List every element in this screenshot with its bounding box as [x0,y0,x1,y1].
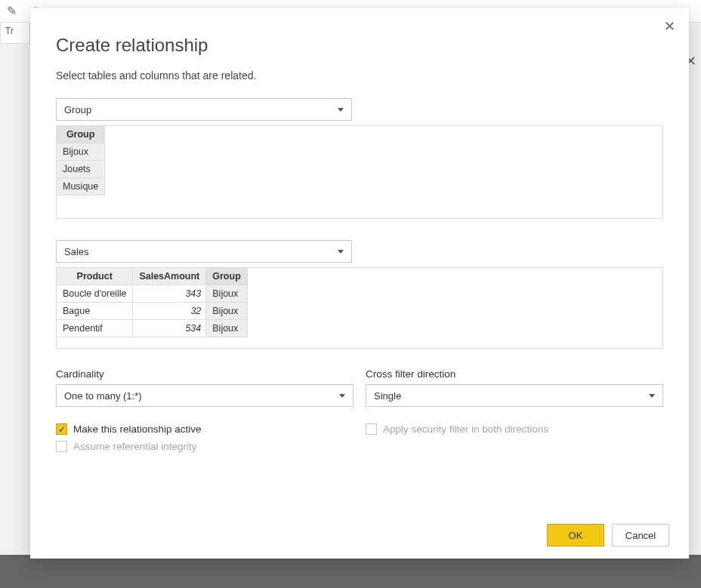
table1-preview: GroupBijouxJouetsMusique [56,125,663,219]
table1-select[interactable]: Group [56,98,352,121]
make-active-label: Make this relationship active [73,423,202,435]
apply-security-filter-label: Apply security filter in both directions [383,423,548,435]
table-row[interactable]: Musique [57,178,105,195]
table-row[interactable]: Jouets [57,161,105,178]
column-header[interactable]: Product [57,268,133,285]
cell[interactable]: Boucle d'oreille [57,285,133,303]
chevron-down-icon [338,250,344,254]
create-relationship-dialog: ✕ Create relationship Select tables and … [30,8,689,559]
chevron-down-icon [649,394,655,398]
table2-select-value: Sales [64,246,89,257]
table1-select-value: Group [64,104,91,115]
cell[interactable]: Musique [57,178,105,195]
cell[interactable]: 343 [133,285,206,303]
cardinality-value: One to many (1:*) [64,390,142,402]
cell[interactable]: Pendentif [57,320,133,337]
checkbox-icon [56,441,67,452]
column-header[interactable]: Group [57,126,105,143]
ok-button[interactable]: OK [547,524,604,546]
dialog-title: Create relationship [56,35,663,56]
column-header[interactable]: SalesAmount [133,268,206,285]
assume-referential-integrity-checkbox: Assume referential integrity [56,438,354,455]
cross-filter-value: Single [374,390,401,402]
table-row[interactable]: Pendentif534Bijoux [57,320,247,337]
chevron-down-icon [339,394,345,398]
chevron-down-icon [338,108,344,112]
column-header[interactable]: Group [206,268,248,285]
cell[interactable]: 32 [133,303,206,320]
assume-referential-integrity-label: Assume referential integrity [73,441,197,452]
cross-filter-label: Cross filter direction [366,368,663,380]
make-active-checkbox[interactable]: ✓ Make this relationship active [56,420,354,438]
cross-filter-select[interactable]: Single [366,384,663,407]
cell[interactable]: 534 [133,320,206,337]
table2-preview: ProductSalesAmountGroupBoucle d'oreille3… [56,267,663,349]
checkbox-icon: ✓ [56,423,67,435]
table-row[interactable]: Bague32Bijoux [57,303,247,320]
table2-select[interactable]: Sales [56,240,352,263]
cell[interactable]: Bijoux [206,320,248,337]
close-icon[interactable]: ✕ [664,18,675,35]
table1-preview-grid[interactable]: GroupBijouxJouetsMusique [57,126,105,195]
cell[interactable]: Jouets [57,161,105,178]
dialog-subtitle: Select tables and columns that are relat… [56,69,663,82]
background-bottom-bar [0,555,701,588]
table-row[interactable]: Boucle d'oreille343Bijoux [57,285,247,303]
cell[interactable]: Bague [57,303,133,320]
ribbon-tool-icon: ✎ [0,0,23,21]
table-row[interactable]: Bijoux [57,143,105,161]
table2-preview-grid[interactable]: ProductSalesAmountGroupBoucle d'oreille3… [57,268,248,337]
checkbox-icon [366,423,377,435]
cancel-button[interactable]: Cancel [612,524,669,546]
cell[interactable]: Bijoux [206,285,248,303]
background-tab-fragment: Tr [0,23,30,44]
apply-security-filter-checkbox: Apply security filter in both directions [366,420,663,438]
cardinality-select[interactable]: One to many (1:*) [56,384,354,407]
cell[interactable]: Bijoux [57,143,105,161]
cell[interactable]: Bijoux [206,303,248,320]
cardinality-label: Cardinality [56,368,354,380]
